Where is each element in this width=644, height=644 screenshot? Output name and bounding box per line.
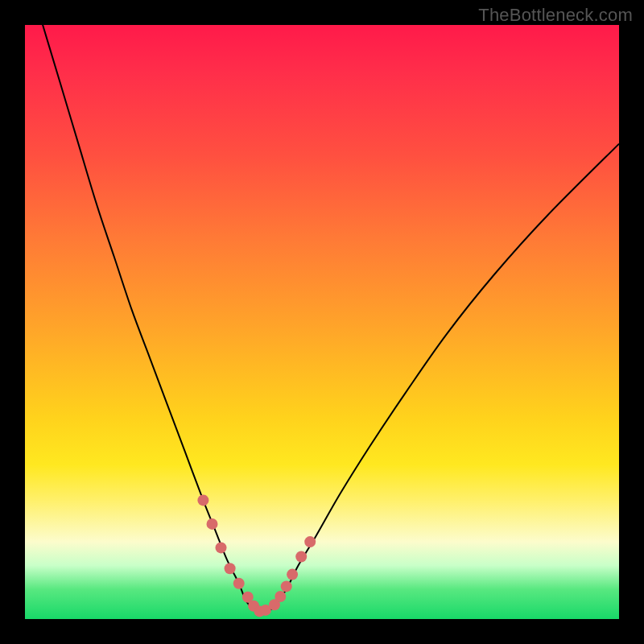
chart-area — [25, 25, 619, 619]
marker-dot — [197, 494, 208, 506]
optimal-region-markers — [197, 494, 316, 617]
marker-dot — [295, 551, 307, 563]
marker-dot — [216, 542, 227, 553]
marker-dot — [207, 518, 218, 530]
marker-dot — [225, 563, 236, 574]
watermark-text: TheBottleneck.com — [478, 5, 633, 26]
marker-dot — [304, 536, 316, 547]
bottleneck-curve — [25, 25, 619, 613]
marker-dot — [233, 578, 245, 589]
marker-dot — [275, 591, 286, 602]
marker-dot — [287, 569, 298, 580]
marker-dot — [281, 580, 292, 592]
curve-line — [25, 25, 619, 613]
curve-svg — [25, 25, 619, 619]
